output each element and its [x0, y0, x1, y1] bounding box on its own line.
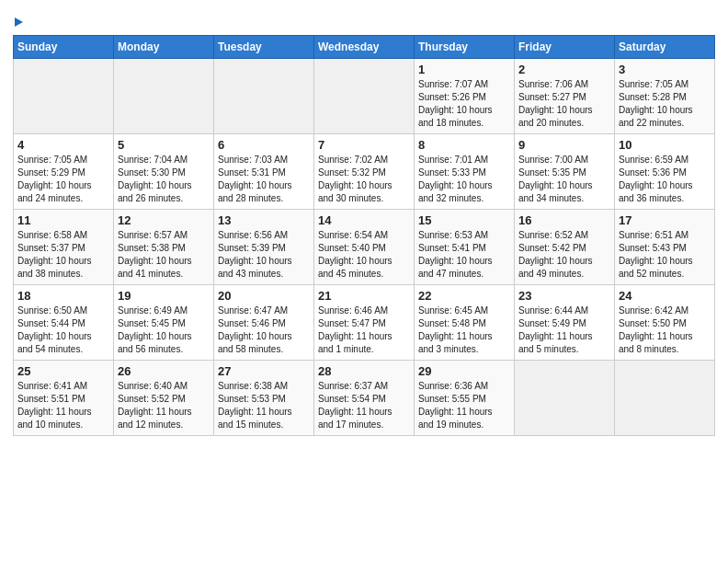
day-number: 14 [318, 213, 410, 227]
calendar-cell: 3Sunrise: 7:05 AM Sunset: 5:28 PM Daylig… [615, 58, 715, 133]
day-number: 8 [418, 138, 510, 152]
calendar-week-row: 11Sunrise: 6:58 AM Sunset: 5:37 PM Dayli… [14, 209, 715, 284]
day-number: 19 [118, 289, 210, 303]
day-number: 18 [17, 289, 109, 303]
day-number: 16 [518, 213, 610, 227]
logo-text [13, 13, 23, 31]
day-info: Sunrise: 6:40 AM Sunset: 5:52 PM Dayligh… [118, 380, 210, 431]
day-number: 9 [518, 138, 610, 152]
day-info: Sunrise: 7:05 AM Sunset: 5:29 PM Dayligh… [17, 154, 109, 205]
day-info: Sunrise: 6:58 AM Sunset: 5:37 PM Dayligh… [17, 229, 109, 281]
day-number: 24 [619, 289, 711, 303]
day-number: 17 [619, 213, 711, 227]
day-info: Sunrise: 6:46 AM Sunset: 5:47 PM Dayligh… [318, 304, 410, 356]
day-info: Sunrise: 6:42 AM Sunset: 5:50 PM Dayligh… [619, 304, 711, 356]
day-info: Sunrise: 6:51 AM Sunset: 5:43 PM Dayligh… [619, 229, 711, 281]
calendar-cell: 27Sunrise: 6:38 AM Sunset: 5:53 PM Dayli… [214, 360, 314, 435]
calendar-cell [615, 360, 715, 435]
weekday-header: Thursday [415, 35, 515, 58]
calendar-cell: 23Sunrise: 6:44 AM Sunset: 5:49 PM Dayli… [515, 284, 615, 360]
logo-arrow-icon [15, 17, 23, 27]
calendar-cell: 22Sunrise: 6:45 AM Sunset: 5:48 PM Dayli… [415, 284, 515, 360]
day-info: Sunrise: 7:01 AM Sunset: 5:33 PM Dayligh… [418, 154, 510, 205]
calendar-cell [214, 58, 314, 133]
day-info: Sunrise: 6:50 AM Sunset: 5:44 PM Dayligh… [17, 304, 109, 356]
calendar-week-row: 25Sunrise: 6:41 AM Sunset: 5:51 PM Dayli… [14, 360, 715, 435]
day-number: 20 [218, 289, 310, 303]
day-number: 13 [218, 213, 310, 227]
weekday-header: Sunday [14, 35, 114, 58]
day-info: Sunrise: 6:37 AM Sunset: 5:54 PM Dayligh… [318, 380, 410, 431]
calendar-cell [314, 58, 415, 133]
day-info: Sunrise: 6:52 AM Sunset: 5:42 PM Dayligh… [518, 229, 610, 281]
day-number: 4 [17, 138, 109, 152]
calendar-week-row: 1Sunrise: 7:07 AM Sunset: 5:26 PM Daylig… [14, 58, 715, 133]
calendar-cell: 28Sunrise: 6:37 AM Sunset: 5:54 PM Dayli… [314, 360, 415, 435]
calendar-cell: 12Sunrise: 6:57 AM Sunset: 5:38 PM Dayli… [114, 209, 214, 284]
day-info: Sunrise: 6:57 AM Sunset: 5:38 PM Dayligh… [118, 229, 210, 281]
day-info: Sunrise: 6:36 AM Sunset: 5:55 PM Dayligh… [418, 380, 510, 431]
day-number: 27 [218, 364, 310, 378]
calendar-cell [114, 58, 214, 133]
calendar-cell: 9Sunrise: 7:00 AM Sunset: 5:35 PM Daylig… [515, 133, 615, 209]
weekday-header: Monday [114, 35, 214, 58]
calendar-cell: 11Sunrise: 6:58 AM Sunset: 5:37 PM Dayli… [14, 209, 114, 284]
calendar-cell: 19Sunrise: 6:49 AM Sunset: 5:45 PM Dayli… [114, 284, 214, 360]
weekday-header: Wednesday [314, 35, 415, 58]
calendar-cell: 24Sunrise: 6:42 AM Sunset: 5:50 PM Dayli… [615, 284, 715, 360]
day-number: 22 [418, 289, 510, 303]
calendar-cell: 8Sunrise: 7:01 AM Sunset: 5:33 PM Daylig… [415, 133, 515, 209]
day-info: Sunrise: 6:53 AM Sunset: 5:41 PM Dayligh… [418, 229, 510, 281]
calendar-cell: 20Sunrise: 6:47 AM Sunset: 5:46 PM Dayli… [214, 284, 314, 360]
day-info: Sunrise: 6:44 AM Sunset: 5:49 PM Dayligh… [518, 304, 610, 356]
calendar-cell: 26Sunrise: 6:40 AM Sunset: 5:52 PM Dayli… [114, 360, 214, 435]
day-number: 10 [619, 138, 711, 152]
weekday-header: Saturday [615, 35, 715, 58]
calendar-cell [14, 58, 114, 133]
day-info: Sunrise: 6:38 AM Sunset: 5:53 PM Dayligh… [218, 380, 310, 431]
header [13, 9, 715, 31]
day-number: 28 [318, 364, 410, 378]
day-number: 26 [118, 364, 210, 378]
day-number: 3 [619, 63, 711, 76]
calendar-cell: 1Sunrise: 7:07 AM Sunset: 5:26 PM Daylig… [415, 58, 515, 133]
day-number: 21 [318, 289, 410, 303]
day-info: Sunrise: 6:45 AM Sunset: 5:48 PM Dayligh… [418, 304, 510, 356]
day-info: Sunrise: 6:59 AM Sunset: 5:36 PM Dayligh… [619, 154, 711, 205]
day-info: Sunrise: 6:41 AM Sunset: 5:51 PM Dayligh… [17, 380, 109, 431]
day-info: Sunrise: 6:47 AM Sunset: 5:46 PM Dayligh… [218, 304, 310, 356]
day-number: 25 [17, 364, 109, 378]
day-info: Sunrise: 6:56 AM Sunset: 5:39 PM Dayligh… [218, 229, 310, 281]
day-number: 15 [418, 213, 510, 227]
calendar-cell: 6Sunrise: 7:03 AM Sunset: 5:31 PM Daylig… [214, 133, 314, 209]
calendar-cell: 10Sunrise: 6:59 AM Sunset: 5:36 PM Dayli… [615, 133, 715, 209]
day-number: 1 [418, 63, 510, 76]
calendar-cell: 25Sunrise: 6:41 AM Sunset: 5:51 PM Dayli… [14, 360, 114, 435]
weekday-header: Friday [515, 35, 615, 58]
calendar-cell: 13Sunrise: 6:56 AM Sunset: 5:39 PM Dayli… [214, 209, 314, 284]
day-number: 7 [318, 138, 410, 152]
calendar-week-row: 4Sunrise: 7:05 AM Sunset: 5:29 PM Daylig… [14, 133, 715, 209]
calendar-cell: 18Sunrise: 6:50 AM Sunset: 5:44 PM Dayli… [14, 284, 114, 360]
day-info: Sunrise: 6:49 AM Sunset: 5:45 PM Dayligh… [118, 304, 210, 356]
calendar-cell: 16Sunrise: 6:52 AM Sunset: 5:42 PM Dayli… [515, 209, 615, 284]
calendar-cell: 5Sunrise: 7:04 AM Sunset: 5:30 PM Daylig… [114, 133, 214, 209]
calendar-page: SundayMondayTuesdayWednesdayThursdayFrid… [0, 0, 728, 445]
day-info: Sunrise: 7:00 AM Sunset: 5:35 PM Dayligh… [518, 154, 610, 205]
header-row: SundayMondayTuesdayWednesdayThursdayFrid… [14, 35, 715, 58]
day-info: Sunrise: 7:04 AM Sunset: 5:30 PM Dayligh… [118, 154, 210, 205]
calendar-cell: 21Sunrise: 6:46 AM Sunset: 5:47 PM Dayli… [314, 284, 415, 360]
calendar-cell: 14Sunrise: 6:54 AM Sunset: 5:40 PM Dayli… [314, 209, 415, 284]
calendar-cell: 4Sunrise: 7:05 AM Sunset: 5:29 PM Daylig… [14, 133, 114, 209]
calendar-cell: 15Sunrise: 6:53 AM Sunset: 5:41 PM Dayli… [415, 209, 515, 284]
calendar-cell: 29Sunrise: 6:36 AM Sunset: 5:55 PM Dayli… [415, 360, 515, 435]
day-info: Sunrise: 7:07 AM Sunset: 5:26 PM Dayligh… [418, 78, 510, 130]
logo [13, 13, 23, 31]
day-number: 6 [218, 138, 310, 152]
calendar-cell: 17Sunrise: 6:51 AM Sunset: 5:43 PM Dayli… [615, 209, 715, 284]
day-info: Sunrise: 7:02 AM Sunset: 5:32 PM Dayligh… [318, 154, 410, 205]
calendar-week-row: 18Sunrise: 6:50 AM Sunset: 5:44 PM Dayli… [14, 284, 715, 360]
day-info: Sunrise: 6:54 AM Sunset: 5:40 PM Dayligh… [318, 229, 410, 281]
day-number: 23 [518, 289, 610, 303]
day-number: 2 [518, 63, 610, 76]
